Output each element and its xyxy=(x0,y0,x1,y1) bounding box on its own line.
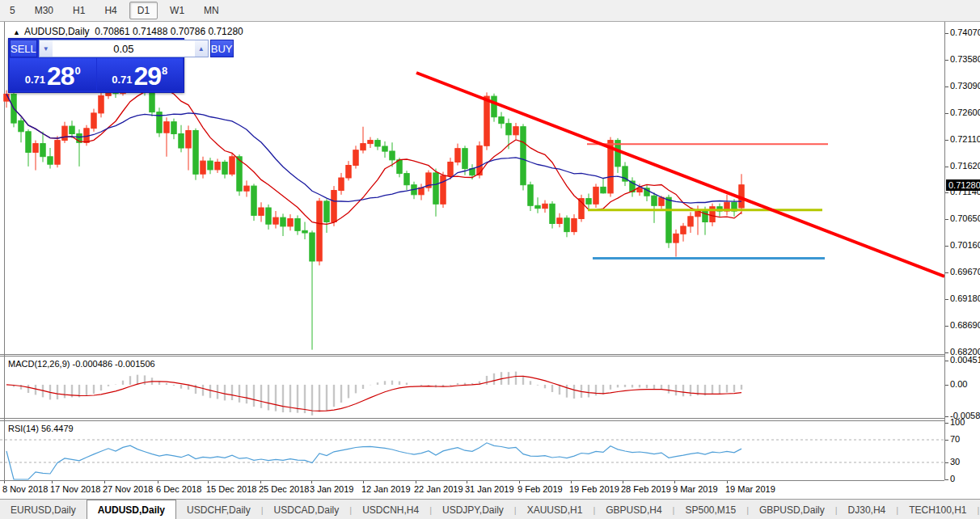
rsi-label: RSI(14) 56.4479 xyxy=(8,424,74,433)
price-axis-label: 0.72110 xyxy=(950,134,980,144)
date-label: 19 Mar 2019 xyxy=(725,484,775,494)
date-label: 28 Feb 2019 xyxy=(621,484,671,494)
axis-tick xyxy=(945,299,948,300)
trading-app-window: 5M30H1H4D1W1MN ▲AUDUSD,Daily 0.70861 0.7… xyxy=(0,0,980,519)
tab-gbpusd-daily[interactable]: GBPUSD,Daily xyxy=(749,500,835,519)
axis-tick xyxy=(945,479,948,480)
buy-button[interactable]: BUY xyxy=(210,40,234,57)
price-axis-label: 0.73580 xyxy=(950,54,980,64)
price-axis-label: 0.70650 xyxy=(950,213,980,223)
volume-input[interactable] xyxy=(53,40,195,57)
date-tick xyxy=(416,481,416,483)
sell-price-pips: 28 xyxy=(47,64,74,88)
axis-tick xyxy=(945,272,948,273)
axis-tick xyxy=(945,326,948,327)
timeframe-button-m30[interactable]: M30 xyxy=(27,2,61,19)
date-label: 9 Feb 2019 xyxy=(517,484,563,494)
date-axis[interactable]: 8 Nov 201817 Nov 201827 Nov 20186 Dec 20… xyxy=(0,481,944,499)
symbol-tabbar: EURUSD,DailyAUDUSD,DailyUSDCHF,Daily|USD… xyxy=(0,499,980,519)
date-tick xyxy=(260,481,261,483)
date-tick xyxy=(519,481,520,483)
date-tick xyxy=(674,481,675,483)
macd-axis-label: 0.004517 xyxy=(950,355,980,365)
current-price-tag: 0.71280 xyxy=(946,179,980,191)
timeframe-button-w1[interactable]: W1 xyxy=(163,2,192,19)
sell-price-prefix: 0.71 xyxy=(25,74,45,86)
tab-sp500-m15[interactable]: SP500,M15 xyxy=(674,500,746,519)
axis-tick xyxy=(945,86,948,87)
axis-tick xyxy=(945,440,948,441)
price-axis-label: 0.73090 xyxy=(950,81,980,91)
timeframe-button-h1[interactable]: H1 xyxy=(65,2,92,19)
timeframe-button-h4[interactable]: H4 xyxy=(97,2,124,19)
axis-tick xyxy=(945,33,948,34)
rsi-pane[interactable] xyxy=(0,421,944,480)
axis-tick xyxy=(945,352,948,353)
volume-decrease-icon[interactable]: ▼ xyxy=(40,40,53,57)
macd-axis-label: 0.00 xyxy=(950,379,967,389)
rsi-axis-label: 0 xyxy=(950,474,955,483)
axis-tick xyxy=(945,385,948,386)
pane-divider[interactable] xyxy=(0,418,944,419)
tab-audusd-daily[interactable]: AUDUSD,Daily xyxy=(87,500,176,519)
timeframe-toolbar: 5M30H1H4D1W1MN xyxy=(0,0,980,22)
sell-price-box[interactable]: 0.71 28 0 xyxy=(10,58,96,91)
buy-price-box[interactable]: 0.71 29 8 xyxy=(97,58,184,91)
date-tick xyxy=(571,481,572,483)
axis-tick xyxy=(945,361,948,361)
tab-usdjpy-daily[interactable]: USDJPY,Daily xyxy=(432,500,514,519)
timeframe-button-5[interactable]: 5 xyxy=(2,2,23,19)
symbol-period-label: AUDUSD,Daily xyxy=(24,26,90,37)
timeframe-button-mn[interactable]: MN xyxy=(196,2,226,19)
date-label: 12 Jan 2019 xyxy=(361,484,411,494)
axis-tick xyxy=(945,416,948,417)
rsi-axis-label: 30 xyxy=(950,457,960,466)
price-axis-label: 0.70160 xyxy=(950,240,980,250)
axis-tick xyxy=(945,462,948,463)
price-axis[interactable]: 0.740700.735800.730900.726000.721100.716… xyxy=(944,22,980,480)
volume-increase-icon[interactable]: ▲ xyxy=(195,40,208,57)
axis-tick xyxy=(945,140,948,141)
tab-usdchf-daily[interactable]: USDCHF,Daily xyxy=(176,500,261,519)
timeframe-button-d1[interactable]: D1 xyxy=(129,2,158,19)
tab-gbpusd-h4[interactable]: GBPUSD,H4 xyxy=(595,500,672,519)
date-label: 27 Nov 2018 xyxy=(103,484,153,494)
chart-title: ▲AUDUSD,Daily 0.70861 0.71488 0.70786 0.… xyxy=(13,26,243,37)
volume-control: ▼ ▲ xyxy=(39,40,209,57)
axis-tick xyxy=(945,219,948,220)
one-click-trading-panel: SELL ▼ ▲ BUY 0.71 28 0 0.71 29 8 xyxy=(8,38,184,93)
date-label: 15 Dec 2018 xyxy=(206,484,256,494)
date-tick xyxy=(727,481,728,483)
price-axis-label: 0.68690 xyxy=(950,320,980,330)
price-axis-label: 0.74070 xyxy=(950,27,980,37)
date-label: 17 Nov 2018 xyxy=(50,484,100,494)
buy-price-point: 8 xyxy=(162,65,167,77)
tab-dj30-h4[interactable]: DJ30,H4 xyxy=(838,500,897,519)
price-axis-label: 0.69180 xyxy=(950,293,980,303)
price-axis-label: 0.72600 xyxy=(950,108,980,117)
ohlc-values: 0.70861 0.71488 0.70786 0.71280 xyxy=(95,26,243,37)
buy-price-prefix: 0.71 xyxy=(112,74,132,86)
sell-button[interactable]: SELL xyxy=(10,40,37,57)
tab-xauusd-h1[interactable]: XAUUSD,H1 xyxy=(517,500,593,519)
rsi-axis-label: 70 xyxy=(950,434,960,444)
date-tick xyxy=(104,481,105,483)
axis-tick xyxy=(945,192,948,193)
buy-price-pips: 29 xyxy=(133,64,161,88)
date-tick xyxy=(4,481,5,483)
axis-tick xyxy=(945,113,948,114)
axis-tick xyxy=(945,60,948,61)
tab-tech100-h1[interactable]: TECH100,H1 xyxy=(898,500,977,519)
date-label: 19 Feb 2019 xyxy=(569,484,619,494)
date-label: 25 Dec 2018 xyxy=(259,484,309,494)
pane-divider[interactable] xyxy=(0,354,944,355)
date-tick xyxy=(467,481,467,483)
tab-eurusd-daily[interactable]: EURUSD,Daily xyxy=(0,500,87,519)
rsi-axis-label: 100 xyxy=(950,417,965,427)
price-axis-label: 0.71620 xyxy=(950,161,980,171)
tab-usdcad-daily[interactable]: USDCAD,Daily xyxy=(264,500,350,519)
tab-usdcnh-h4[interactable]: USDCNH,H4 xyxy=(352,500,429,519)
collapse-triangle-icon[interactable]: ▲ xyxy=(13,28,20,36)
date-tick xyxy=(623,481,623,483)
date-label: 22 Jan 2019 xyxy=(414,484,463,494)
